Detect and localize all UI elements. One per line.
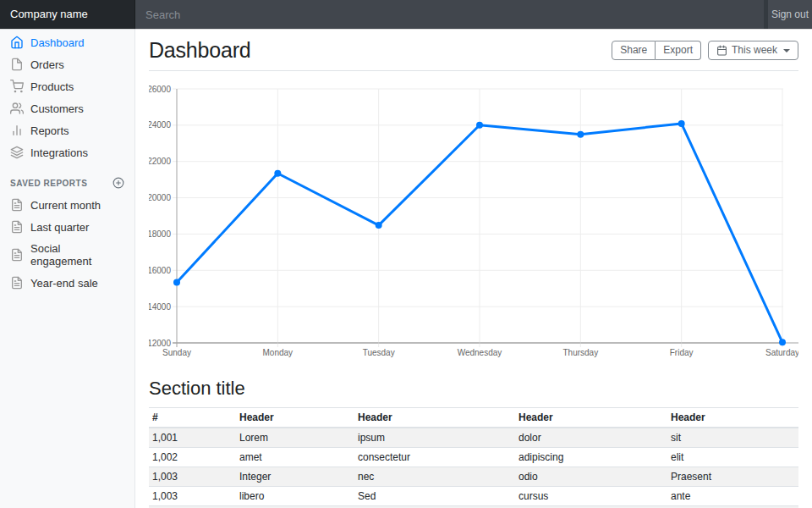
table-cell: Integer (236, 467, 354, 487)
file-text-icon (10, 276, 24, 290)
data-table: #HeaderHeaderHeaderHeader 1,001Loremipsu… (149, 407, 798, 508)
chart-data-point[interactable] (274, 170, 281, 177)
week-label: This week (732, 44, 777, 58)
table-row: 1,002ametconsecteturadipiscingelit (149, 448, 798, 467)
table-cell: 1,001 (149, 428, 236, 448)
sidebar-item-integrations[interactable]: Integrations (0, 141, 134, 163)
sidebar-item-products[interactable]: Products (0, 75, 134, 97)
chart-tick-label: Tuesday (363, 348, 395, 357)
week-dropdown-button[interactable]: This week (708, 41, 798, 61)
file-text-icon (10, 220, 24, 234)
table-header-cell: Header (667, 408, 798, 428)
saved-report-last-quarter[interactable]: Last quarter (0, 216, 134, 238)
nav-item-label: Integrations (30, 146, 88, 159)
line-chart-svg: 1200014000160001800020000220002400026000… (149, 80, 798, 359)
table-cell: consectetur (354, 448, 515, 467)
table-cell: 1,003 (149, 487, 236, 506)
chart-tick-label: Thursday (562, 348, 598, 357)
table-cell: sit (667, 428, 798, 448)
saved-report-year-end-sale[interactable]: Year-end sale (0, 272, 134, 294)
chart-data-point[interactable] (678, 120, 685, 127)
nav-item-label: Reports (30, 124, 69, 137)
table-cell: elit (667, 448, 798, 467)
sign-out-link[interactable]: Sign out (768, 0, 812, 29)
saved-report-current-month[interactable]: Current month (0, 194, 134, 216)
file-text-icon (10, 248, 24, 262)
chart-tick-label: 12000 (149, 339, 171, 348)
table-cell: adipiscing (515, 448, 667, 467)
chart-tick-label: 26000 (149, 85, 171, 94)
sidebar-item-dashboard[interactable]: Dashboard (0, 31, 134, 53)
table-cell: odio (515, 467, 667, 487)
page-title: Dashboard (149, 38, 251, 63)
saved-reports-heading: Saved reports (0, 163, 134, 194)
chart-tick-label: Wednesday (458, 348, 502, 357)
table-header-cell: Header (236, 408, 354, 428)
table-header-cell: Header (515, 408, 667, 428)
chart-tick-label: 18000 (149, 229, 171, 239)
sidebar-nav: DashboardOrdersProductsCustomersReportsI… (0, 31, 134, 163)
nav-item-label: Year-end sale (30, 277, 98, 290)
chart-tick-label: 24000 (149, 120, 171, 130)
chart-tick-label: 14000 (149, 302, 171, 312)
sidebar-item-reports[interactable]: Reports (0, 119, 134, 141)
table-header-row: #HeaderHeaderHeaderHeader (149, 408, 798, 428)
table-cell: cursus (515, 487, 667, 506)
search-input[interactable] (135, 0, 764, 29)
chart-data-point[interactable] (376, 222, 382, 229)
plus-circle-icon[interactable] (112, 177, 124, 189)
page-header: Dashboard Share Export This week (149, 29, 798, 71)
saved-reports-label: Saved reports (10, 179, 87, 188)
table-cell: ipsum (354, 428, 515, 448)
caret-down-icon (783, 49, 790, 52)
chart-tick-label: Saturday (765, 348, 798, 357)
table-header-cell: # (149, 408, 236, 428)
table-body: 1,001Loremipsumdolorsit1,002ametconsecte… (149, 428, 798, 508)
sidebar-item-orders[interactable]: Orders (0, 53, 134, 75)
shopping-cart-icon (10, 80, 24, 93)
table-cell: nec (354, 467, 515, 487)
share-export-group: Share Export (612, 41, 701, 61)
nav-item-label: Social engagement (30, 242, 124, 268)
table-cell: 1,003 (149, 467, 236, 487)
table-cell: dolor (515, 428, 667, 448)
saved-report-social-engagement[interactable]: Social engagement (0, 238, 134, 272)
table-cell: Praesent (667, 467, 798, 487)
chart-data-point[interactable] (779, 339, 786, 345)
nav-item-label: Customers (30, 102, 84, 115)
chart-tick-label: Friday (670, 348, 694, 357)
layout: DashboardOrdersProductsCustomersReportsI… (0, 29, 812, 508)
sidebar-item-customers[interactable]: Customers (0, 97, 134, 119)
main-content: Dashboard Share Export This week 1200014… (135, 29, 812, 508)
table-cell: libero (236, 487, 354, 506)
section-title: Section title (149, 378, 798, 400)
table-cell: Sed (354, 487, 515, 506)
top-navbar: Company name Sign out (0, 0, 812, 29)
table-row: 1,003liberoSedcursusante (149, 487, 798, 506)
share-button[interactable]: Share (612, 41, 656, 61)
saved-reports-nav: Current monthLast quarterSocial engageme… (0, 194, 134, 294)
users-icon (10, 102, 24, 115)
table-cell: amet (236, 448, 354, 467)
export-button[interactable]: Export (656, 41, 701, 61)
nav-item-label: Dashboard (30, 36, 85, 49)
nav-item-label: Current month (30, 199, 101, 212)
home-icon (10, 36, 24, 49)
chart-tick-label: 20000 (149, 193, 171, 202)
table-cell: Lorem (236, 428, 354, 448)
chart-data-point[interactable] (173, 279, 180, 285)
file-text-icon (10, 198, 24, 212)
chart-data-point[interactable] (476, 122, 483, 129)
chart-data-point[interactable] (577, 131, 584, 138)
chart-tick-label: Sunday (162, 348, 191, 357)
chart-tick-label: Monday (263, 348, 294, 357)
chart-tick-label: 22000 (149, 157, 171, 166)
bar-chart-icon (10, 124, 24, 137)
calendar-icon (716, 45, 727, 56)
nav-item-label: Last quarter (30, 221, 89, 234)
nav-item-label: Products (30, 80, 74, 93)
layers-icon (10, 146, 24, 159)
chart-tick-label: 16000 (149, 266, 171, 275)
table-cell: 1,002 (149, 448, 236, 467)
brand-logo[interactable]: Company name (0, 0, 135, 29)
